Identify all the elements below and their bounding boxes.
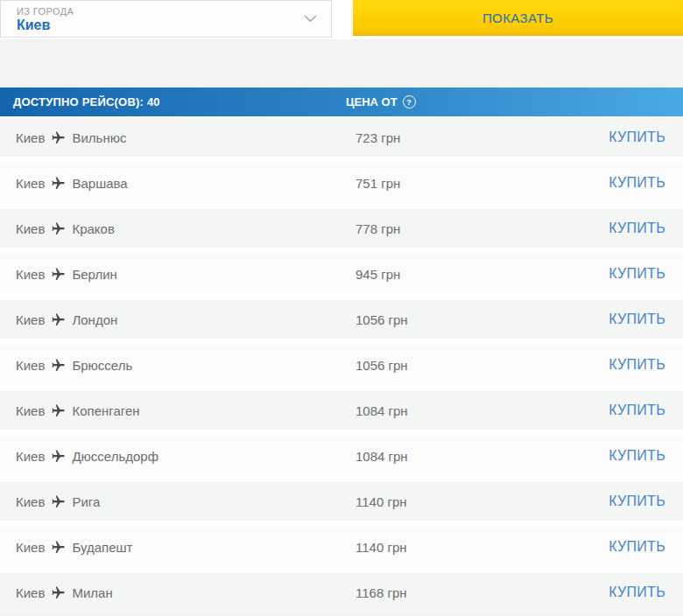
destination-city: Берлин	[72, 267, 116, 282]
destination-city: Брюссель	[72, 358, 132, 373]
origin-city: Киев	[16, 358, 45, 373]
buy-cell: КУПИТЬ	[560, 584, 683, 600]
flight-row: Киев Милан 1168 грн КУПИТЬ	[0, 573, 683, 612]
origin-city: Киев	[16, 494, 45, 509]
buy-cell: КУПИТЬ	[560, 402, 683, 418]
buy-cell: КУПИТЬ	[560, 312, 683, 327]
buy-link[interactable]: КУПИТЬ	[609, 130, 665, 144]
price-from-header: ЦЕНА ОТ ?	[346, 95, 683, 108]
flight-rows: Киев Вильнюс 723 грн КУПИТЬ Киев Варшава…	[0, 116, 683, 612]
destination-city: Дюссельдорф	[72, 449, 158, 464]
from-city-select[interactable]: ИЗ ГОРОДА Киев	[0, 0, 332, 38]
from-city-value: Киев	[17, 18, 74, 33]
price: 1140 грн	[346, 494, 560, 509]
plane-icon	[51, 221, 66, 236]
plane-icon	[51, 358, 66, 373]
route: Киев Берлин	[0, 267, 346, 282]
price: 1056 грн	[346, 312, 560, 327]
price: 945 грн	[346, 267, 560, 282]
show-button[interactable]: ПОКАЗАТЬ	[353, 0, 683, 36]
results-table-header: ДОСТУПНО РЕЙС(ОВ): 40 ЦЕНА ОТ ?	[0, 88, 683, 116]
flight-row: Киев Дюссельдорф 1084 грн КУПИТЬ	[0, 437, 683, 475]
available-flights-count: ДОСТУПНО РЕЙС(ОВ): 40	[0, 95, 346, 108]
buy-link[interactable]: КУПИТЬ	[609, 357, 665, 372]
route: Киев Дюссельдорф	[0, 449, 346, 464]
flight-row: Киев Вильнюс 723 грн КУПИТЬ	[0, 118, 683, 157]
route: Киев Копенгаген	[0, 403, 346, 418]
buy-cell: КУПИТЬ	[560, 130, 683, 145]
help-icon[interactable]: ?	[403, 95, 416, 108]
route: Киев Рига	[0, 494, 346, 509]
route: Киев Варшава	[0, 176, 346, 191]
origin-city: Киев	[16, 130, 45, 145]
price: 778 грн	[346, 221, 560, 236]
flight-row: Киев Рига 1140 грн КУПИТЬ	[0, 482, 683, 521]
destination-city: Варшава	[72, 176, 127, 191]
plane-icon	[51, 403, 66, 418]
buy-link[interactable]: КУПИТЬ	[609, 312, 665, 326]
price: 1084 грн	[346, 449, 560, 464]
buy-link[interactable]: КУПИТЬ	[609, 448, 665, 463]
flight-row: Киев Берлин 945 грн КУПИТЬ	[0, 255, 683, 293]
destination-city: Вильнюс	[72, 130, 126, 145]
destination-city: Рига	[72, 494, 100, 509]
route: Киев Краков	[0, 221, 346, 236]
origin-city: Киев	[16, 403, 45, 418]
origin-city: Киев	[16, 312, 45, 327]
destination-city: Милан	[72, 585, 112, 600]
buy-link[interactable]: КУПИТЬ	[609, 266, 665, 281]
buy-cell: КУПИТЬ	[560, 357, 683, 373]
price-from-label: ЦЕНА ОТ	[346, 95, 398, 108]
route: Киев Милан	[0, 585, 346, 600]
from-city-label: ИЗ ГОРОДА	[17, 6, 74, 18]
buy-link[interactable]: КУПИТЬ	[609, 584, 665, 599]
price: 751 грн	[346, 176, 560, 191]
buy-link[interactable]: КУПИТЬ	[609, 220, 665, 235]
buy-cell: КУПИТЬ	[560, 539, 683, 555]
route: Киев Будапешт	[0, 540, 346, 555]
origin-city: Киев	[16, 176, 45, 191]
flight-row: Киев Копенгаген 1084 грн КУПИТЬ	[0, 391, 683, 430]
flight-row: Киев Варшава 751 грн КУПИТЬ	[0, 164, 683, 202]
route: Киев Лондон	[0, 312, 346, 327]
plane-icon	[51, 130, 66, 145]
plane-icon	[51, 176, 66, 191]
plane-icon	[51, 312, 66, 327]
price: 1140 грн	[346, 540, 560, 555]
route: Киев Вильнюс	[0, 130, 346, 145]
destination-city: Лондон	[72, 312, 117, 327]
price: 1084 грн	[346, 403, 560, 418]
flight-row: Киев Краков 778 грн КУПИТЬ	[0, 209, 683, 248]
buy-link[interactable]: КУПИТЬ	[609, 402, 665, 417]
search-controls: ИЗ ГОРОДА Киев ПОКАЗАТЬ	[0, 0, 683, 39]
route: Киев Брюссель	[0, 358, 346, 373]
origin-city: Киев	[16, 585, 45, 600]
origin-city: Киев	[16, 221, 45, 236]
plane-icon	[51, 494, 66, 509]
destination-city: Краков	[72, 221, 114, 236]
flight-search-page: ИЗ ГОРОДА Киев ПОКАЗАТЬ ДОСТУПНО РЕЙС(ОВ…	[0, 0, 683, 616]
origin-city: Киев	[16, 267, 45, 282]
flight-row: Киев Лондон 1056 грн КУПИТЬ	[0, 300, 683, 339]
buy-cell: КУПИТЬ	[560, 494, 683, 509]
plane-icon	[51, 267, 66, 282]
destination-city: Будапешт	[72, 540, 132, 555]
buy-link[interactable]: КУПИТЬ	[609, 539, 665, 554]
flight-row: Киев Будапешт 1140 грн КУПИТЬ	[0, 528, 683, 566]
buy-cell: КУПИТЬ	[560, 220, 683, 236]
plane-icon	[51, 585, 66, 600]
price: 723 грн	[346, 130, 560, 145]
from-city-select-texts: ИЗ ГОРОДА Киев	[17, 4, 74, 33]
buy-link[interactable]: КУПИТЬ	[609, 175, 665, 190]
origin-city: Киев	[16, 449, 45, 464]
flight-row: Киев Брюссель 1056 грн КУПИТЬ	[0, 346, 683, 384]
origin-city: Киев	[16, 540, 45, 555]
buy-cell: КУПИТЬ	[560, 448, 683, 464]
buy-cell: КУПИТЬ	[560, 266, 683, 282]
buy-link[interactable]: КУПИТЬ	[609, 494, 665, 508]
price: 1168 грн	[346, 585, 560, 600]
plane-icon	[51, 540, 66, 555]
plane-icon	[51, 449, 66, 464]
chevron-down-icon	[304, 15, 317, 23]
buy-cell: КУПИТЬ	[560, 175, 683, 191]
